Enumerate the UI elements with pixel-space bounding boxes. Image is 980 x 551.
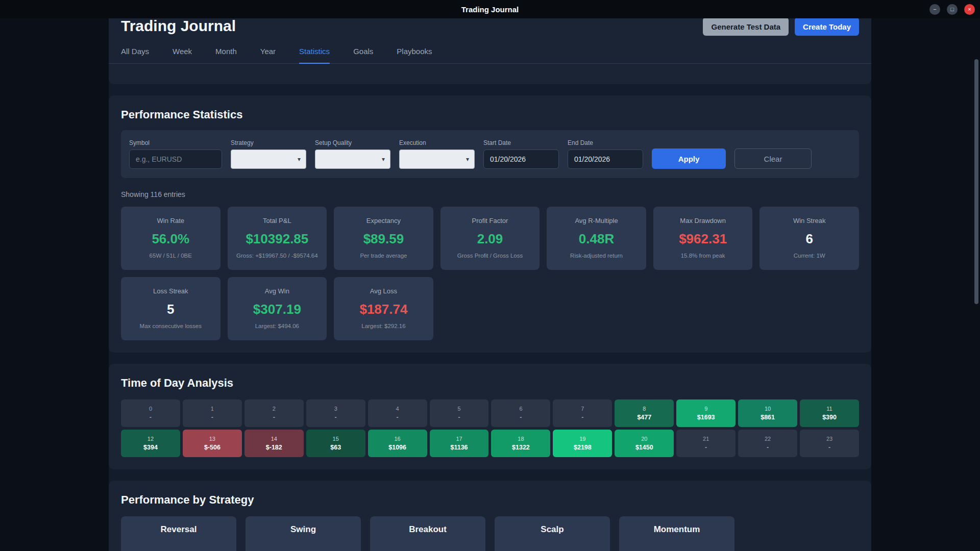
tab-goals[interactable]: Goals	[353, 47, 373, 63]
tab-playbooks[interactable]: Playbooks	[397, 47, 432, 63]
performance-by-strategy-card: Performance by Strategy Reversal Swing B…	[109, 481, 871, 551]
apply-button[interactable]: Apply	[652, 148, 726, 169]
header-actions: Generate Test Data Create Today	[703, 18, 859, 36]
start-date-label: Start Date	[483, 139, 559, 146]
stat-sub: Current: 1W	[766, 252, 853, 260]
symbol-input[interactable]	[129, 149, 222, 169]
hour-value: $1450	[635, 444, 653, 452]
clear-button[interactable]: Clear	[734, 148, 812, 169]
hour-value: $1693	[697, 414, 715, 421]
maximize-button[interactable]: □	[947, 4, 958, 15]
app-viewport: Trading Journal Generate Test Data Creat…	[0, 18, 980, 551]
hour-value: -	[211, 414, 213, 421]
setup-quality-select[interactable]: ▾	[315, 149, 390, 169]
stat-label: Win Rate	[127, 217, 214, 225]
symbol-label: Symbol	[129, 139, 222, 146]
end-date-label: End Date	[568, 139, 643, 146]
execution-label: Execution	[399, 139, 475, 146]
hour-cell: 19 $2198	[553, 430, 612, 457]
hour-number: 23	[826, 436, 832, 442]
tab-bar: All Days Week Month Year Statistics Goal…	[109, 47, 871, 64]
chevron-down-icon: ▾	[298, 156, 301, 163]
hour-value: $477	[637, 414, 651, 421]
hour-number: 18	[518, 436, 524, 442]
stat-sub: Risk-adjusted return	[553, 252, 640, 260]
window-controls: − □ ×	[929, 0, 975, 18]
hour-cell: 4 -	[368, 399, 427, 427]
minimize-button[interactable]: −	[929, 4, 940, 15]
hour-cell: 20 $1450	[615, 430, 674, 457]
hour-number: 6	[519, 406, 522, 412]
hour-cell: 17 $1136	[430, 430, 489, 457]
hour-number: 0	[149, 406, 152, 412]
hour-value: $2198	[574, 444, 592, 452]
stat-value: 5	[127, 302, 214, 317]
stat-sub: Largest: $494.06	[234, 322, 321, 330]
tab-year[interactable]: Year	[260, 47, 276, 63]
hour-number: 10	[765, 406, 771, 412]
hour-cell: 1 -	[183, 399, 242, 427]
stat-value: $962.31	[659, 231, 747, 247]
hour-value: $390	[822, 414, 837, 421]
hour-number: 9	[704, 406, 707, 412]
stat-sub: 15.8% from peak	[659, 252, 747, 260]
hour-cell: 23 -	[800, 430, 859, 457]
hour-number: 14	[271, 436, 277, 442]
hour-grid: 0 - 1 - 2 - 3 - 4 - 5 -	[121, 399, 859, 457]
tab-week[interactable]: Week	[173, 47, 192, 63]
hour-cell: 8 $477	[615, 399, 674, 427]
strategy-name: Momentum	[619, 524, 734, 535]
hour-cell: 21 -	[676, 430, 736, 457]
hour-cell: 9 $1693	[676, 399, 736, 427]
hour-value: -	[520, 414, 522, 421]
stat-card-win-streak: Win Streak 6 Current: 1W	[760, 207, 859, 270]
hour-value: $861	[761, 414, 775, 421]
hour-number: 2	[273, 406, 276, 412]
strategy-select[interactable]: ▾	[231, 149, 306, 169]
create-today-button[interactable]: Create Today	[795, 18, 859, 36]
stat-value: 56.0%	[127, 231, 214, 247]
hour-cell: 5 -	[430, 399, 489, 427]
tab-month[interactable]: Month	[215, 47, 237, 63]
hour-value: -	[273, 414, 275, 421]
end-date-input[interactable]	[568, 149, 643, 169]
execution-select[interactable]: ▾	[399, 149, 475, 169]
hour-cell: 22 -	[738, 430, 797, 457]
hour-value: $1096	[388, 444, 406, 452]
stat-label: Total P&L	[234, 217, 321, 225]
stat-label: Loss Streak	[127, 287, 214, 295]
hour-number: 8	[643, 406, 646, 412]
minimize-icon: −	[933, 7, 936, 12]
tab-all-days[interactable]: All Days	[121, 47, 149, 63]
hour-value: $1136	[450, 444, 468, 452]
stat-value: $10392.85	[234, 231, 321, 247]
stat-sub: Max consecutive losses	[127, 322, 214, 330]
close-button[interactable]: ×	[964, 4, 975, 15]
stat-label: Expectancy	[340, 217, 427, 225]
stat-label: Avg R-Multiple	[553, 217, 640, 225]
scrollbar-thumb[interactable]	[974, 59, 978, 304]
strategy-card-reversal: Reversal	[121, 516, 236, 551]
page-title: Trading Journal	[121, 18, 236, 36]
hour-cell: 10 $861	[738, 399, 797, 427]
hour-cell: 12 $394	[121, 430, 180, 457]
generate-test-data-button[interactable]: Generate Test Data	[703, 18, 789, 36]
hour-number: 7	[581, 406, 584, 412]
time-of-day-card: Time of Day Analysis 0 - 1 - 2 - 3 - 4 -	[109, 364, 871, 469]
stat-card-avg-r-multiple: Avg R-Multiple 0.48R Risk-adjusted retur…	[547, 207, 646, 270]
start-date-input[interactable]	[483, 149, 559, 169]
tab-statistics[interactable]: Statistics	[299, 47, 330, 64]
stat-label: Avg Loss	[340, 287, 427, 295]
hour-number: 17	[456, 436, 462, 442]
hour-cell: 3 -	[306, 399, 365, 427]
hour-value: -	[767, 444, 769, 452]
hour-value: $-506	[204, 444, 220, 452]
entries-count: Showing 116 entries	[121, 190, 859, 198]
hour-cell: 11 $390	[800, 399, 859, 427]
hour-cell: 6 -	[491, 399, 550, 427]
strategy-name: Scalp	[495, 524, 610, 535]
chevron-down-icon: ▾	[382, 156, 385, 163]
strategy-name: Breakout	[370, 524, 485, 535]
hour-cell: 16 $1096	[368, 430, 427, 457]
hour-number: 22	[765, 436, 771, 442]
